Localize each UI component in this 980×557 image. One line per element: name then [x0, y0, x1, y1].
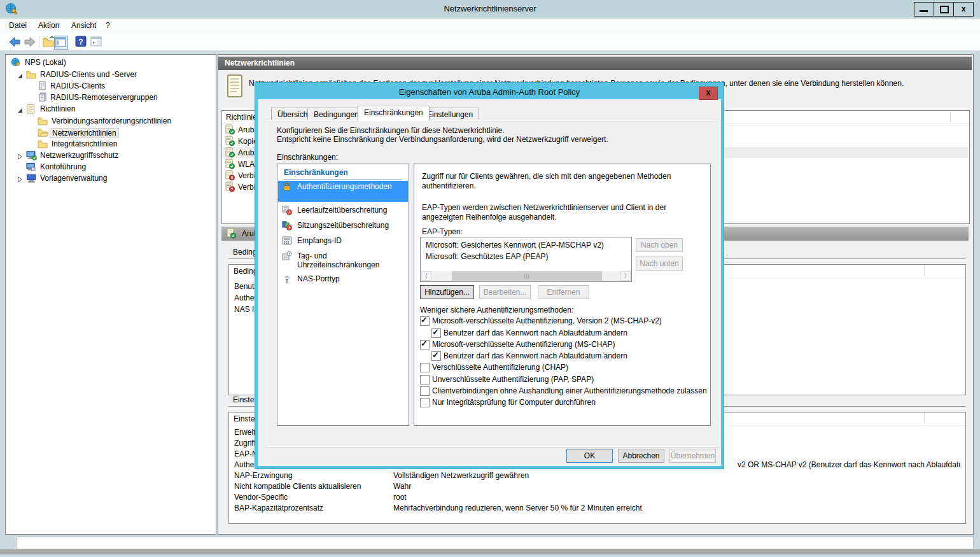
eap-types-list: Microsoft: Gesichertes Kennwort (EAP-MSC…: [420, 237, 632, 282]
edit-button[interactable]: Bearbeiten...: [479, 285, 531, 299]
scroll-right-icon[interactable]: 〉: [620, 271, 631, 281]
help-icon[interactable]: ?: [75, 36, 88, 48]
menu-hilfe[interactable]: ?: [103, 21, 113, 30]
setting-name: NAP-Erzwingung: [234, 471, 387, 480]
constraint-item-nas-port[interactable]: NAS-Porttyp: [278, 273, 408, 286]
eap-types-label: EAP-Typen:: [422, 227, 549, 236]
constraints-label: Einschränkungen:: [277, 153, 468, 162]
menu-aktion[interactable]: Aktion: [36, 21, 62, 30]
menu-datei[interactable]: Datei: [6, 21, 29, 30]
checkbox-mschapv2[interactable]: [420, 316, 430, 326]
checkbox-pap-spap[interactable]: [420, 375, 430, 384]
setting-row[interactable]: Vendor-Specific root: [230, 491, 965, 502]
horizontal-scrollbar[interactable]: 〈 ||| 〉: [421, 271, 631, 281]
policy-scroll-large-icon: [227, 74, 244, 100]
constraint-item-idle[interactable]: Leerlaufzeitüberschreitung: [278, 204, 408, 217]
action-pane-toggle-icon[interactable]: [90, 36, 103, 48]
menu-ansicht[interactable]: Ansicht: [69, 21, 99, 30]
scroll-left-icon[interactable]: 〈: [421, 271, 431, 281]
checkbox-label: Clientverbindungen ohne Aushandlung eine…: [432, 386, 707, 395]
constraint-item-called-station[interactable]: Empfangs-ID: [278, 235, 408, 248]
console-tree-toggle-icon[interactable]: [54, 36, 68, 50]
checkbox-machine-health-only[interactable]: [420, 398, 430, 407]
expander-collapsed-icon[interactable]: [17, 176, 23, 185]
minimize-button[interactable]: [914, 2, 934, 17]
constraint-item-daytime[interactable]: Tag- und Uhrzeiteinschränkungen: [278, 250, 408, 271]
forward-icon[interactable]: [24, 36, 36, 48]
computer-shield-icon: [26, 151, 37, 162]
tree-label: Integritätsrichtlinien: [52, 139, 117, 148]
setting-name: Nicht kompatible Clients aktualisieren: [234, 482, 387, 491]
setting-row[interactable]: BAP-Kapazitätprozentsatz Mehrfachverbind…: [230, 502, 965, 513]
column-divider[interactable]: [924, 266, 925, 276]
remove-button[interactable]: Entfernen: [538, 285, 589, 299]
tab-bedingungen[interactable]: Bedingungen: [307, 108, 365, 121]
checkbox-mschap[interactable]: [420, 340, 430, 349]
policy-error-icon: [225, 170, 235, 183]
apply-button[interactable]: Übernehmen: [669, 449, 716, 463]
folder-icon: [26, 70, 36, 81]
monitor-icon: [26, 174, 37, 185]
eap-intro-text: EAP-Typen werden zwischen Netzwerkrichtl…: [422, 203, 708, 222]
policy-scroll-icon: [26, 104, 35, 116]
eap-type-item[interactable]: Microsoft: Gesichertes Kennwort (EAP-MSC…: [426, 241, 626, 250]
tab-einschraenkungen[interactable]: Einschränkungen: [358, 106, 430, 121]
scroll-thumb[interactable]: |||: [452, 271, 602, 281]
move-down-button[interactable]: Nach unten: [636, 257, 683, 271]
setting-row[interactable]: Nicht kompatible Clients aktualisieren W…: [230, 481, 965, 491]
setting-row[interactable]: NAP-Erzwingung Vollständigen Netzwerkzug…: [230, 470, 965, 481]
folder-icon: [38, 139, 48, 150]
antenna-icon: [282, 274, 292, 284]
maximize-button[interactable]: [934, 2, 954, 17]
checkbox-pwchange-v2[interactable]: [431, 328, 441, 338]
tree-label-selected: Netzwerkrichtlinien: [50, 128, 119, 138]
tabpage-einschraenkungen: Konfigurieren Sie die Einschränkungen fü…: [265, 120, 720, 448]
window-bottom-edge: [0, 554, 980, 557]
cancel-button[interactable]: Abbrechen: [618, 449, 664, 463]
ok-button[interactable]: OK: [566, 449, 613, 463]
policy-ok-icon: [225, 136, 235, 148]
expander-expanded-icon[interactable]: [17, 72, 23, 81]
column-divider[interactable]: [924, 414, 925, 424]
svg-text:?: ?: [78, 38, 83, 46]
window-titlebar: Netzwerkrichtlinienserver x: [0, 0, 980, 18]
status-bar: [16, 537, 974, 549]
policy-ok-icon: [225, 159, 235, 171]
checkbox-label: Verschlüsselte Authentifizierung (CHAP): [432, 363, 568, 372]
export-list-icon[interactable]: [42, 36, 55, 48]
maximize-icon: [940, 6, 949, 13]
tree-label: RADIUS-Clients und -Server: [40, 70, 137, 79]
minimize-icon: [920, 10, 928, 12]
dialog-intro-line2: Entspricht keine Einschränkung der Verbi…: [277, 135, 710, 144]
content-header: Netzwerkrichtlinien: [218, 57, 972, 70]
add-button[interactable]: Hinzufügen...: [420, 285, 474, 299]
expander-expanded-icon[interactable]: [17, 106, 23, 115]
checkbox-no-negotiation[interactable]: [420, 386, 430, 396]
eap-type-item[interactable]: Microsoft: Geschütztes EAP (PEAP): [426, 252, 626, 261]
back-icon[interactable]: [8, 36, 21, 48]
checkbox-chap[interactable]: [420, 363, 430, 372]
tree-label: Verbindungsanforderungsrichtlinien: [52, 116, 171, 125]
setting-name: BAP-Kapazitätprozentsatz: [234, 504, 387, 512]
constraint-label: Leerlaufzeitüberschreitung: [297, 206, 405, 215]
constraint-item-auth[interactable]: Authentifizierungsmethoden: [278, 181, 408, 202]
constraints-list-header: Einschränkungen: [284, 168, 402, 180]
column-divider[interactable]: [950, 112, 951, 122]
move-up-button[interactable]: Nach oben: [636, 238, 683, 252]
tree-label: RADIUS-Clients: [50, 81, 105, 90]
auth-methods-panel: Zugriff nur für Clients gewähren, die si…: [414, 164, 711, 426]
tab-einstellungen[interactable]: Einstellungen: [421, 108, 479, 121]
expander-collapsed-icon[interactable]: [17, 153, 23, 162]
checkbox-pwchange-mschap[interactable]: [431, 351, 441, 361]
close-button[interactable]: x: [953, 2, 974, 17]
constraints-listbox: Einschränkungen Authentifizierungsmethod…: [277, 164, 409, 426]
tree-label: Richtlinien: [40, 104, 75, 113]
constraint-label: Tag- und Uhrzeiteinschränkungen: [297, 251, 405, 269]
dialog-titlebar[interactable]: Eigenschaften von Aruba Admin-Auth Root …: [258, 85, 721, 99]
tree-label: NPS (Lokal): [25, 58, 66, 67]
policy-ok-icon: [225, 147, 235, 160]
dialog-close-button[interactable]: X: [699, 87, 718, 100]
tree-label: Vorlagenverwaltung: [40, 174, 107, 183]
constraint-item-session[interactable]: Sitzungszeitüberschreitung: [278, 220, 408, 232]
policy-ok-icon: [227, 228, 236, 241]
